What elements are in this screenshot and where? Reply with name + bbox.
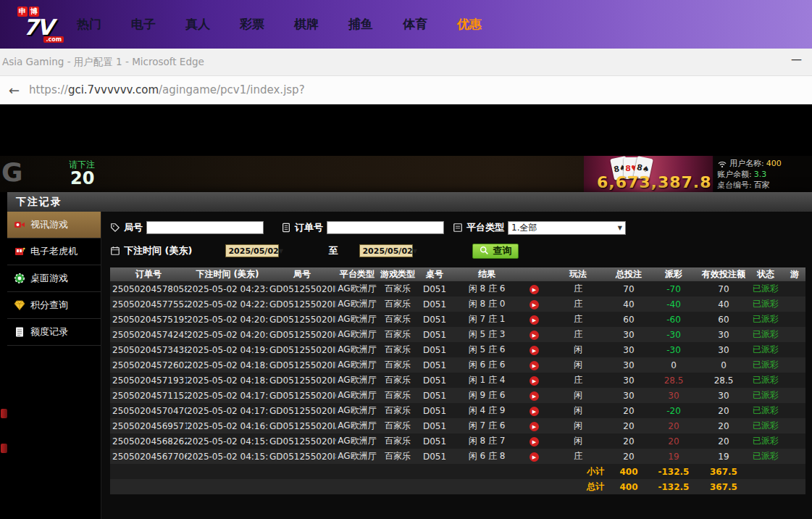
cell-time: 2025-05-02 04:16:29 [187, 421, 268, 431]
record-doc-icon [14, 326, 25, 338]
cell-game: 百家乐 [378, 298, 417, 310]
cell-round: GD051255020I8 [268, 452, 336, 462]
page-url[interactable]: https://gci.7vvvvvv.com/agingame/pcv1/in… [29, 83, 305, 96]
summary-cell: -132.5 [648, 482, 700, 492]
summary-cell: 400 [610, 482, 648, 492]
date-to-select[interactable]: 2025/05/02 [359, 244, 413, 257]
table-row: 250502045677067 2025-05-02 04:15:04 GD05… [110, 449, 805, 464]
cell-table: D051 [417, 345, 452, 355]
cell-result: 闲 5 庄 3 [452, 328, 522, 341]
cell-valid: 30 [700, 345, 748, 355]
address-bar[interactable]: https://gci.7vvvvvv.com/agingame/pcv1/in… [0, 76, 812, 104]
logo-text: 7V [23, 17, 52, 38]
cell-play [522, 436, 546, 447]
cell-order: 250502045734384 [110, 345, 187, 355]
table-row: 250502045704700 2025-05-02 04:17:12 GD05… [110, 403, 805, 418]
cell-valid: 40 [700, 299, 748, 310]
column-header: 游戏类型 [378, 268, 417, 281]
cell-payout: 0 [648, 360, 700, 370]
summary-cell: -132.5 [648, 467, 700, 477]
play-video-icon[interactable] [530, 315, 539, 325]
cell-payout: 20 [648, 421, 700, 431]
cell-status: 已派彩 [748, 435, 784, 447]
date-from-select[interactable]: 2025/05/02 [225, 244, 279, 257]
cell-bet: 20 [610, 421, 648, 431]
nav-item[interactable]: 热门 [77, 16, 101, 33]
game-strip: G 请下注 20 8♠8♥8♠ 6,673,387.8 用户名称:400账户余额… [0, 156, 812, 192]
cell-valid: 70 [700, 284, 748, 294]
user-info-label: 用户名称: [729, 158, 764, 169]
play-video-icon[interactable] [530, 376, 539, 386]
play-video-icon[interactable] [530, 407, 539, 416]
play-video-icon[interactable] [530, 361, 539, 370]
modal-main: 局号 订单号 [101, 212, 812, 519]
cell-payout: -30 [648, 330, 700, 340]
cell-round: GD051255020IF [268, 345, 336, 355]
column-header: 状态 [748, 268, 784, 281]
cell-time: 2025-05-02 04:22:37 [187, 299, 268, 310]
filter-row-2: 下注时间 (美东) 2025/05/02 至 2025/05/02 [110, 241, 812, 260]
play-video-icon[interactable] [530, 331, 539, 340]
nav-items: 热门电子真人彩票棋牌捕鱼体育优惠 [77, 16, 482, 33]
date-to-value: 2025/05/02 [362, 246, 412, 256]
cell-result: 闲 4 庄 9 [452, 404, 522, 417]
nav-item[interactable]: 体育 [403, 16, 427, 33]
play-video-icon[interactable] [530, 422, 539, 431]
platform-select[interactable]: 1.全部 [508, 221, 626, 235]
nav-item[interactable]: 优惠 [457, 16, 482, 33]
cell-payout: -70 [648, 284, 700, 294]
nav-item[interactable]: 捕鱼 [348, 16, 373, 33]
minimize-button[interactable]: — [791, 53, 802, 66]
cell-result: 闲 6 庄 6 [452, 359, 522, 371]
tag-icon [110, 223, 120, 233]
nav-item[interactable]: 真人 [185, 16, 210, 33]
sidebar-item[interactable]: 额度记录 [7, 319, 101, 346]
play-video-icon[interactable] [530, 391, 539, 401]
nav-item[interactable]: 电子 [131, 16, 156, 33]
cell-platform: AG欧洲厅 [336, 298, 378, 310]
cell-payout: 28.5 [648, 375, 700, 386]
cell-game: 百家乐 [378, 435, 417, 447]
play-video-icon[interactable] [530, 437, 539, 447]
search-button-label: 查询 [493, 244, 511, 257]
cell-bet: 20 [610, 452, 648, 462]
column-header: 派彩 [648, 268, 700, 281]
sidebar-item[interactable]: 桌面游戏 [7, 265, 101, 292]
cell-bet: 70 [610, 284, 648, 294]
site-logo[interactable]: 申 博 7V .com [12, 7, 64, 43]
floating-icon[interactable] [1, 409, 7, 418]
betting-records-modal: 下注记录 视讯游戏电子老虎机桌面游戏积分查询额度记录 局号 [7, 192, 812, 519]
cell-time: 2025-05-02 04:19:25 [187, 345, 268, 355]
cell-order: 250502045711526 [110, 391, 187, 401]
column-header: 玩法 [546, 268, 610, 281]
user-info-label: 账户余额: [717, 169, 752, 180]
sidebar-item-label: 电子老虎机 [30, 245, 78, 258]
sidebar-item[interactable]: 视讯游戏 [7, 212, 101, 238]
cell-valid: 0 [700, 360, 748, 370]
order-filter: 订单号 [281, 221, 444, 234]
nav-item[interactable]: 棋牌 [294, 16, 319, 33]
play-video-icon[interactable] [530, 300, 539, 310]
cell-platform: AG欧洲厅 [336, 359, 378, 371]
round-input[interactable] [146, 221, 264, 234]
magnifier-icon [480, 246, 490, 256]
nav-item[interactable]: 彩票 [240, 16, 264, 33]
cell-play [522, 390, 546, 402]
back-icon[interactable] [9, 83, 20, 98]
sidebar-item-label: 积分查询 [30, 299, 68, 312]
play-video-icon[interactable] [530, 285, 539, 294]
cell-bet: 30 [610, 360, 648, 370]
sidebar-item[interactable]: 积分查询 [7, 292, 101, 319]
play-video-icon[interactable] [530, 452, 539, 462]
column-header: 局号 [268, 268, 336, 281]
order-input[interactable] [327, 221, 444, 234]
cell-bet: 60 [610, 315, 648, 325]
cell-play [522, 360, 546, 371]
table-row: 250502045695718 2025-05-02 04:16:29 GD05… [110, 418, 805, 433]
cell-round: GD051255020ID [268, 375, 336, 386]
cell-round: GD051255020IE [268, 360, 336, 370]
search-button[interactable]: 查询 [472, 244, 519, 259]
play-video-icon[interactable] [530, 346, 539, 355]
sidebar-item[interactable]: 电子老虎机 [7, 238, 101, 265]
floating-icon[interactable] [1, 444, 7, 453]
